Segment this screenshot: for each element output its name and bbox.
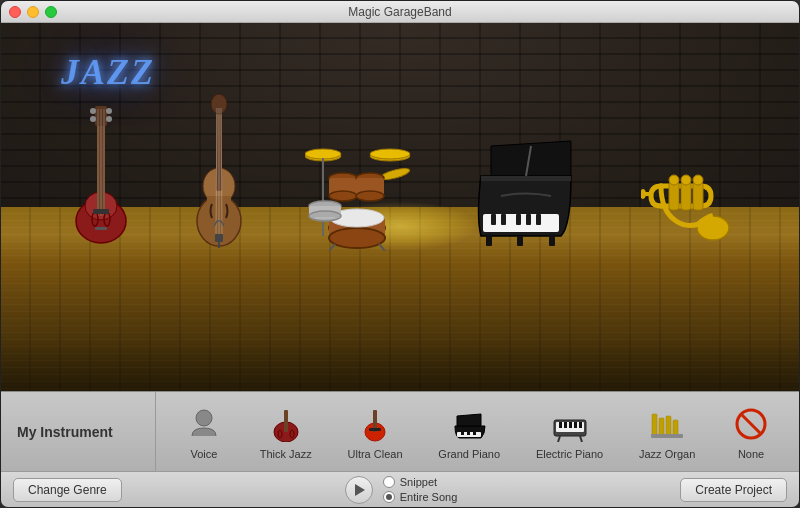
controls-bar: Change Genre Snippet Entire Song Create … [1,471,799,507]
stage-grand-piano [471,136,586,251]
svg-line-84 [558,436,560,442]
thick-jazz-icon [266,404,306,444]
picker-none-label: None [738,448,764,460]
svg-rect-23 [215,234,223,242]
ultra-clean-icon [355,404,395,444]
picker-item-thick-jazz[interactable]: Thick Jazz [252,400,320,464]
jazz-organ-icon [647,404,687,444]
svg-point-29 [370,149,410,159]
svg-rect-90 [651,434,683,438]
snippet-radio[interactable] [383,476,395,488]
svg-rect-74 [461,432,464,435]
entire-song-radio[interactable] [383,491,395,503]
svg-rect-75 [467,432,470,435]
instrument-picker: Voice Thick Jazz [156,400,799,464]
svg-point-63 [693,175,703,185]
svg-point-6 [106,108,112,114]
snippet-option[interactable]: Snippet [383,476,457,488]
svg-rect-82 [574,422,577,428]
entire-song-option[interactable]: Entire Song [383,491,457,503]
svg-rect-14 [95,227,107,230]
electric-piano-icon [550,404,590,444]
svg-rect-83 [579,422,582,428]
stage-drum-kit [305,136,415,251]
svg-rect-87 [659,418,664,436]
voice-icon [184,404,224,444]
svg-rect-59 [681,182,691,210]
svg-point-36 [356,191,384,201]
svg-rect-49 [501,214,506,225]
entire-song-label: Entire Song [400,491,457,503]
svg-rect-52 [536,214,541,225]
svg-point-4 [90,108,96,114]
create-project-button[interactable]: Create Project [680,478,787,502]
svg-line-46 [379,244,385,251]
svg-line-85 [580,436,582,442]
minimize-button[interactable] [27,6,39,18]
svg-point-64 [641,189,646,199]
svg-rect-13 [93,209,109,214]
svg-rect-55 [517,236,523,246]
svg-rect-67 [284,410,288,432]
svg-rect-79 [559,422,562,428]
my-instrument-label: My Instrument [1,392,156,471]
window-title: Magic GarageBand [348,5,451,19]
stage: JAZZ [1,23,799,391]
svg-rect-81 [569,422,572,428]
svg-line-92 [742,415,760,433]
play-button[interactable] [345,476,373,504]
stage-trumpet [641,156,731,251]
svg-rect-58 [669,182,679,210]
svg-point-43 [309,211,341,221]
main-window: Magic GarageBand JAZZ [0,0,800,508]
svg-point-65 [196,410,212,426]
picker-item-jazz-organ[interactable]: Jazz Organ [631,400,703,464]
picker-item-ultra-clean[interactable]: Ultra Clean [340,400,411,464]
svg-line-45 [329,244,335,251]
playback-options: Snippet Entire Song [383,476,457,503]
svg-point-33 [329,191,357,201]
picker-electric-piano-label: Electric Piano [536,448,603,460]
svg-rect-50 [516,214,521,225]
title-bar: Magic GarageBand [1,1,799,23]
svg-rect-72 [369,428,381,431]
picker-grand-piano-label: Grand Piano [438,448,500,460]
svg-rect-51 [526,214,531,225]
svg-point-26 [305,149,341,159]
svg-rect-86 [652,414,657,436]
picker-item-none[interactable]: None [723,400,779,464]
change-genre-button[interactable]: Change Genre [13,478,122,502]
picker-ultra-clean-label: Ultra Clean [348,448,403,460]
svg-point-39 [329,228,385,248]
picker-item-grand-piano[interactable]: Grand Piano [430,400,508,464]
svg-rect-54 [549,234,555,246]
svg-point-7 [106,116,112,122]
stage-guitar [69,101,134,251]
svg-point-5 [90,116,96,122]
play-icon [355,484,365,496]
picker-item-voice[interactable]: Voice [176,400,232,464]
picker-item-electric-piano[interactable]: Electric Piano [528,400,611,464]
close-button[interactable] [9,6,21,18]
play-controls: Snippet Entire Song [345,476,457,504]
grand-piano-icon [449,404,489,444]
svg-rect-60 [693,182,703,210]
svg-point-62 [681,175,691,185]
svg-rect-88 [666,416,671,436]
instrument-bar: My Instrument Voice [1,391,799,471]
svg-rect-80 [564,422,567,428]
svg-rect-53 [486,234,492,246]
snippet-label: Snippet [400,476,437,488]
svg-rect-48 [491,214,496,225]
none-icon [731,404,771,444]
stage-double-bass [189,86,249,251]
picker-jazz-organ-label: Jazz Organ [639,448,695,460]
traffic-lights [9,6,57,18]
svg-rect-89 [673,420,678,436]
stage-instruments [1,49,799,251]
picker-thick-jazz-label: Thick Jazz [260,448,312,460]
svg-point-61 [669,175,679,185]
picker-voice-label: Voice [190,448,217,460]
svg-rect-76 [473,432,476,435]
maximize-button[interactable] [45,6,57,18]
